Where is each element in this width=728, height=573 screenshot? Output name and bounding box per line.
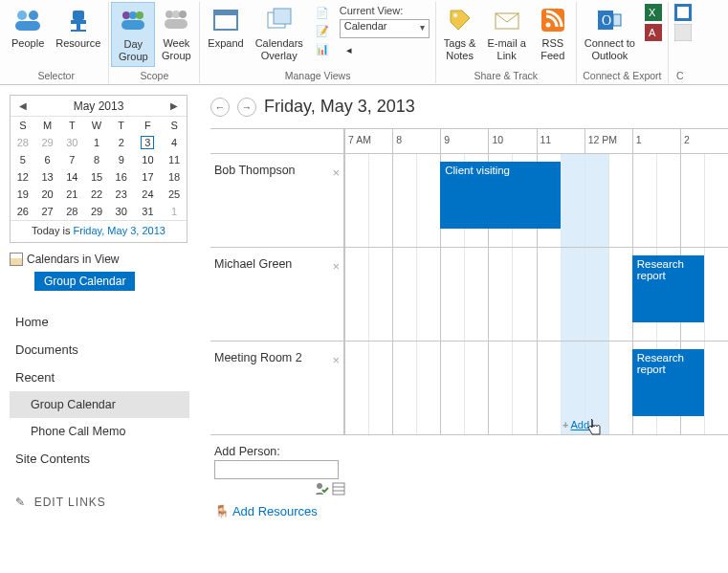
minical-day[interactable]: 22 xyxy=(84,186,109,203)
access-icon[interactable]: A xyxy=(645,24,662,41)
group-calendar-badge[interactable]: Group Calendar xyxy=(34,272,135,291)
ribbon-group-share-track: Tags & Notes E-mail a Link RSS Feed Shar… xyxy=(436,2,577,83)
add-event-link[interactable]: +Add xyxy=(563,419,589,430)
create-column-button[interactable]: 📊 xyxy=(313,40,332,57)
minical-footer: Today is Friday, May 3, 2013 xyxy=(11,220,187,242)
rss-icon xyxy=(538,5,568,35)
minical-day[interactable]: 25 xyxy=(162,186,187,203)
overflow-icon-2[interactable] xyxy=(674,24,692,41)
minical-day[interactable]: 1 xyxy=(84,134,109,151)
rss-feed-button[interactable]: RSS Feed xyxy=(532,2,574,65)
remove-resource-button[interactable]: × xyxy=(332,259,340,274)
minical-day[interactable]: 26 xyxy=(11,203,35,220)
remove-resource-button[interactable]: × xyxy=(332,353,340,367)
minical-day[interactable]: 13 xyxy=(35,168,60,186)
next-day-button[interactable]: → xyxy=(237,98,256,117)
minical-day[interactable]: 18 xyxy=(162,168,187,186)
minical-day[interactable]: 31 xyxy=(134,203,163,220)
leftnav-item[interactable]: Documents xyxy=(10,336,189,364)
svg-point-7 xyxy=(122,11,130,19)
minical-day[interactable]: 14 xyxy=(59,168,84,186)
modify-view-button[interactable]: 📝 xyxy=(313,22,332,39)
day-group-button[interactable]: Day Group xyxy=(111,2,155,67)
add-resources-link[interactable]: Add Resources xyxy=(232,504,318,518)
browse-people-icon[interactable] xyxy=(331,481,346,496)
overflow-icon-1[interactable] xyxy=(674,4,692,21)
minical-day[interactable]: 23 xyxy=(109,186,134,203)
expand-button[interactable]: Expand xyxy=(202,2,249,53)
connect-export-group-label: Connect & Export xyxy=(583,69,661,83)
minical-day[interactable]: 27 xyxy=(35,203,60,220)
leftnav-item[interactable]: Group Calendar xyxy=(10,391,189,418)
svg-rect-34 xyxy=(333,483,344,495)
ribbon: People Resource Selector Day Group xyxy=(0,0,728,85)
minical-day[interactable]: 17 xyxy=(134,168,163,186)
check-names-icon[interactable] xyxy=(314,481,329,496)
minical-day[interactable]: 6 xyxy=(35,151,60,168)
calendar-event[interactable]: Client visiting xyxy=(440,162,560,229)
scope-group-label: Scope xyxy=(140,69,168,83)
ribbon-group-selector: People Resource Selector xyxy=(4,2,109,83)
minical-day[interactable]: 28 xyxy=(11,134,35,151)
minical-day[interactable]: 20 xyxy=(35,186,60,203)
minical-day[interactable]: 7 xyxy=(59,151,84,168)
minical-day[interactable]: 3 xyxy=(134,134,163,151)
svg-rect-14 xyxy=(165,19,188,29)
minical-day[interactable]: 4 xyxy=(162,134,187,151)
current-page-button[interactable]: ◂ xyxy=(340,41,430,58)
hour-header: 11 xyxy=(537,129,585,153)
minical-day[interactable]: 29 xyxy=(35,134,60,151)
leftnav-item[interactable]: Phone Call Memo xyxy=(10,418,189,445)
tags-notes-button[interactable]: Tags & Notes xyxy=(438,2,482,65)
svg-text:X: X xyxy=(649,7,656,18)
mini-calendar: ◀ May 2013 ▶ SMTWTFS 2829301234567891011… xyxy=(10,95,188,243)
week-group-button[interactable]: Week Group xyxy=(155,2,197,65)
minical-day[interactable]: 5 xyxy=(11,151,35,168)
remove-resource-button[interactable]: × xyxy=(332,165,340,180)
minical-day[interactable]: 1 xyxy=(162,203,187,220)
timeline-track[interactable]: Client visiting xyxy=(344,154,728,247)
minical-day[interactable]: 10 xyxy=(134,151,163,168)
minical-day[interactable]: 28 xyxy=(59,203,84,220)
minical-day[interactable]: 2 xyxy=(109,134,134,151)
add-person-input[interactable] xyxy=(214,460,339,479)
minical-day[interactable]: 21 xyxy=(59,186,84,203)
minical-day[interactable]: 16 xyxy=(109,168,134,186)
leftnav-item[interactable]: Home xyxy=(10,308,189,336)
edit-links-button[interactable]: ✎ EDIT LINKS xyxy=(10,490,189,515)
leftnav-item[interactable]: Recent xyxy=(10,364,189,391)
timeline-track[interactable]: Research report xyxy=(344,248,728,341)
current-view-dropdown[interactable]: Calendar xyxy=(340,19,430,38)
minical-day[interactable]: 29 xyxy=(84,203,109,220)
resource-button[interactable]: Resource xyxy=(50,2,106,53)
minical-day[interactable]: 8 xyxy=(84,151,109,168)
svg-point-0 xyxy=(17,11,27,20)
minical-day[interactable]: 15 xyxy=(84,168,109,186)
svg-point-8 xyxy=(129,11,137,19)
minical-day[interactable]: 24 xyxy=(134,186,163,203)
calendar-event[interactable]: Research report xyxy=(632,255,704,322)
minical-day[interactable]: 12 xyxy=(11,168,35,186)
leftnav-item[interactable]: Site Contents xyxy=(10,445,189,473)
hour-header: 8 xyxy=(392,129,440,153)
minical-day[interactable]: 19 xyxy=(11,186,35,203)
today-link[interactable]: Friday, May 3, 2013 xyxy=(74,225,165,236)
calendars-overlay-button[interactable]: Calendars Overlay xyxy=(250,2,309,65)
minical-day[interactable]: 30 xyxy=(109,203,134,220)
minical-day[interactable]: 11 xyxy=(162,151,187,168)
email-link-button[interactable]: E-mail a Link xyxy=(481,2,531,65)
minical-day[interactable]: 9 xyxy=(109,151,134,168)
minical-next-button[interactable]: ▶ xyxy=(165,100,183,111)
timeline-track[interactable]: Research report+Add xyxy=(344,342,728,434)
calendar-event[interactable]: Research report xyxy=(632,349,704,416)
connect-outlook-button[interactable]: O Connect to Outlook xyxy=(579,2,641,65)
people-button[interactable]: People xyxy=(6,2,50,53)
edit-links-label: EDIT LINKS xyxy=(34,496,106,509)
expand-label: Expand xyxy=(208,37,243,50)
minical-prev-button[interactable]: ◀ xyxy=(14,100,32,111)
left-column: ◀ May 2013 ▶ SMTWTFS 2829301234567891011… xyxy=(0,85,195,518)
create-view-button[interactable]: 📄 xyxy=(313,4,332,21)
prev-day-button[interactable]: ← xyxy=(210,98,230,117)
excel-icon[interactable]: X xyxy=(645,4,662,21)
minical-day[interactable]: 30 xyxy=(59,134,84,151)
